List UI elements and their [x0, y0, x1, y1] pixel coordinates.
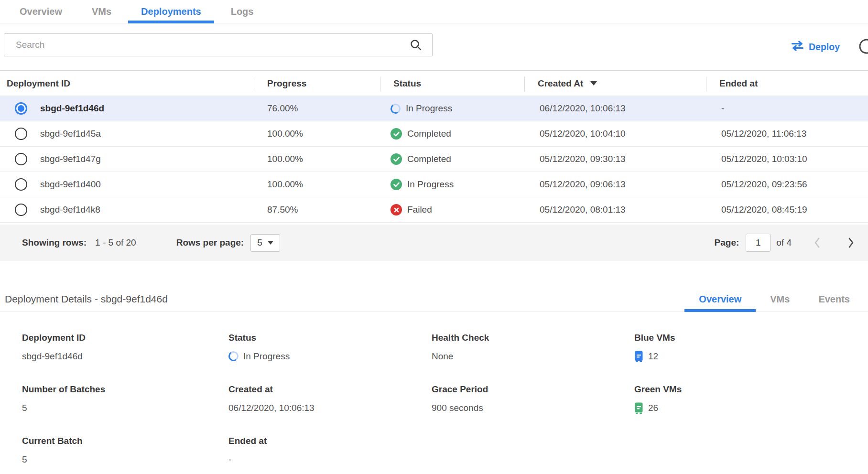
- status-text: Failed: [407, 205, 432, 215]
- table-footer: Showing rows: 1 - 5 of 20 Rows per page:…: [0, 225, 868, 261]
- failed-x-icon: [391, 204, 402, 215]
- created-at-value: 05/12/2020, 08:01:13: [524, 205, 706, 215]
- detail-field-value: In Progress: [243, 351, 290, 362]
- detail-field-label: Green VMs: [634, 384, 868, 395]
- toolbar: Deploy: [0, 23, 868, 70]
- table-header: Deployment ID Progress Status Created At…: [0, 70, 868, 96]
- detail-field-value: 900 seconds: [432, 403, 483, 413]
- showing-rows-label: Showing rows:: [22, 237, 87, 248]
- search-icon[interactable]: [410, 39, 422, 51]
- previous-page-button[interactable]: [814, 237, 821, 248]
- detail-field: Ended at -: [228, 433, 432, 474]
- status-text: In Progress: [406, 103, 452, 114]
- tab-overview[interactable]: Overview: [7, 0, 75, 23]
- completed-check-icon: [391, 179, 402, 190]
- tab-label: VMs: [770, 294, 790, 305]
- radio-button[interactable]: [15, 178, 27, 191]
- radio-button[interactable]: [15, 128, 27, 140]
- detail-field-label: Health Check: [432, 333, 634, 343]
- created-at-value: 05/12/2020, 09:06:13: [524, 179, 706, 190]
- ended-at-value: 05/12/2020, 08:45:19: [706, 205, 868, 215]
- detail-field-value: 06/12/2020, 10:06:13: [228, 403, 315, 413]
- swap-arrows-icon: [791, 41, 804, 54]
- column-header-deployment-id: Deployment ID: [0, 71, 254, 96]
- showing-rows-value: 1 - 5 of 20: [95, 237, 136, 248]
- table-row[interactable]: sbgd-9ef1d47g 100.00% Completed 05/12/20…: [0, 147, 868, 172]
- tab-vms[interactable]: VMs: [79, 0, 124, 23]
- detail-field-label: Number of Batches: [22, 384, 228, 395]
- radio-button[interactable]: [15, 204, 27, 216]
- detail-field-label: Current Batch: [22, 436, 228, 446]
- tab-overview[interactable]: Overview: [684, 287, 756, 312]
- blue-vm-server-icon: [634, 351, 643, 362]
- detail-field-value: 5: [22, 403, 27, 413]
- column-header-created-at[interactable]: Created At: [524, 71, 706, 96]
- detail-field-label: Ended at: [228, 436, 432, 446]
- tab-logs[interactable]: Logs: [218, 0, 267, 23]
- detail-field-value: sbgd-9ef1d46d: [22, 351, 83, 362]
- detail-field-value: 12: [648, 351, 658, 362]
- ended-at-value: 05/12/2020, 11:06:13: [706, 129, 868, 139]
- detail-field: Grace Period 900 seconds: [432, 381, 634, 433]
- ended-at-value: 05/12/2020, 10:03:10: [706, 154, 868, 164]
- created-at-value: 05/12/2020, 10:04:10: [524, 129, 706, 139]
- table-row[interactable]: sbgd-9ef1d400 100.00% In Progress 05/12/…: [0, 172, 868, 197]
- status-text: Completed: [407, 154, 451, 164]
- chevron-down-icon: [268, 241, 273, 245]
- page-label: Page:: [715, 237, 739, 248]
- tab-vms[interactable]: VMs: [756, 287, 804, 312]
- detail-field: Blue VMs 12: [634, 330, 868, 381]
- detail-field-label: Created at: [228, 384, 432, 395]
- detail-field: Current Batch 5: [22, 433, 228, 474]
- detail-field-value: 26: [648, 403, 658, 413]
- page-number-input[interactable]: [746, 234, 770, 252]
- rows-per-page-select[interactable]: 5: [250, 234, 280, 252]
- deploy-label: Deploy: [809, 42, 840, 53]
- detail-field: Created at 06/12/2020, 10:06:13: [228, 381, 432, 433]
- radio-button[interactable]: [15, 153, 27, 165]
- main-tabs: Overview VMs Deployments Logs: [0, 0, 868, 23]
- deploy-button[interactable]: Deploy: [791, 41, 840, 54]
- tab-deployments[interactable]: Deployments: [128, 0, 214, 23]
- created-at-value: 05/12/2020, 09:30:13: [524, 154, 706, 164]
- progress-value: 100.00%: [254, 129, 380, 139]
- detail-field-value: 5: [22, 454, 27, 465]
- in-progress-spinner-icon: [390, 103, 401, 114]
- deployment-id: sbgd-9ef1d46d: [40, 103, 104, 114]
- completed-check-icon: [391, 128, 402, 140]
- progress-value: 76.00%: [254, 103, 380, 114]
- detail-field: Green VMs 26: [634, 381, 868, 433]
- in-progress-spinner-icon: [228, 350, 239, 362]
- column-header-status: Status: [380, 71, 524, 96]
- detail-field: Health Check None: [432, 330, 634, 381]
- detail-field-label: Grace Period: [432, 384, 634, 395]
- completed-check-icon: [391, 153, 402, 165]
- refresh-icon[interactable]: [858, 38, 868, 55]
- detail-field: Number of Batches 5: [22, 381, 228, 433]
- progress-value: 100.00%: [254, 154, 380, 164]
- radio-button[interactable]: [15, 102, 27, 115]
- next-page-button[interactable]: [847, 237, 855, 248]
- deployment-id: sbgd-9ef1d400: [40, 179, 101, 190]
- tab-events[interactable]: Events: [804, 287, 864, 312]
- detail-field: Status In Progress: [228, 330, 432, 381]
- detail-field-label: Deployment ID: [22, 333, 228, 343]
- deployment-id: sbgd-9ef1d4k8: [40, 205, 100, 215]
- status-text: In Progress: [407, 179, 454, 190]
- column-header-progress: Progress: [254, 71, 380, 96]
- details-title: Deployment Details - sbgd-9ef1d46d: [5, 293, 168, 305]
- tab-label: Logs: [231, 6, 254, 17]
- ended-at-value: 05/12/2020, 09:23:56: [706, 179, 868, 190]
- table-body: sbgd-9ef1d46d 76.00% In Progress 06/12/2…: [0, 96, 868, 223]
- details-tabs: Overview VMs Events: [684, 287, 864, 312]
- ended-at-value: -: [706, 103, 868, 114]
- table-row[interactable]: sbgd-9ef1d4k8 87.50% Failed 05/12/2020, …: [0, 197, 868, 223]
- sort-desc-icon: [590, 81, 597, 86]
- column-header-ended-at: Ended at: [706, 71, 868, 96]
- table-row[interactable]: sbgd-9ef1d45a 100.00% Completed 05/12/20…: [0, 121, 868, 147]
- details-header: Deployment Details - sbgd-9ef1d46d Overv…: [0, 287, 868, 312]
- search-input[interactable]: [4, 33, 433, 56]
- table-row[interactable]: sbgd-9ef1d46d 76.00% In Progress 06/12/2…: [0, 96, 868, 121]
- detail-field: Deployment ID sbgd-9ef1d46d: [22, 330, 228, 381]
- created-at-value: 06/12/2020, 10:06:13: [524, 103, 706, 114]
